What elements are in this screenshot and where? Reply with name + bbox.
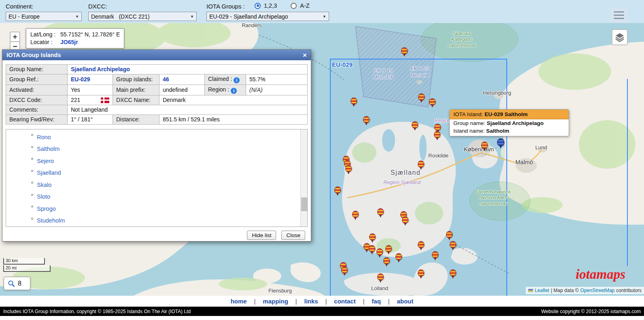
zoom-level-value: 8 — [18, 280, 21, 287]
bullet-icon — [31, 206, 33, 208]
tooltip-island-row: Island name: Saltholm — [450, 127, 569, 136]
dxcc-select[interactable]: Denmark (DXCC 221) ▼ — [88, 12, 197, 21]
map-marker[interactable] — [434, 131, 440, 140]
radio-123[interactable] — [255, 3, 261, 9]
tooltip-group-value: Sjaelland Archipelago — [487, 120, 544, 126]
map-marker[interactable] — [402, 216, 408, 226]
map-marker[interactable] — [334, 186, 341, 196]
island-link[interactable]: Sjaelland — [37, 170, 61, 176]
marker-balloon-icon — [418, 161, 424, 167]
map-marker[interactable] — [376, 248, 383, 258]
map-marker[interactable] — [401, 47, 408, 57]
marker-tail-icon — [448, 237, 451, 240]
map-marker[interactable] — [363, 116, 370, 125]
map-marker[interactable] — [418, 93, 425, 103]
continent-label: Continent: — [6, 3, 33, 10]
map-marker[interactable] — [432, 251, 438, 261]
dialog-buttons: Hide list Close — [6, 231, 308, 240]
bullet-icon — [31, 158, 33, 160]
island-link[interactable]: Saltholm — [37, 146, 60, 152]
nav-link-about[interactable]: about — [389, 298, 421, 305]
island-link[interactable]: Studeholm — [37, 217, 65, 224]
map-marker[interactable] — [345, 165, 352, 174]
map-marker[interactable] — [385, 245, 392, 254]
island-list-scrollbar[interactable] — [300, 129, 307, 227]
locator-value: JO65jr — [60, 38, 78, 46]
close-icon[interactable]: × — [303, 52, 307, 59]
hide-list-button[interactable]: Hide list — [247, 231, 276, 240]
map-marker[interactable] — [377, 208, 384, 218]
map-marker[interactable] — [369, 245, 375, 254]
map-marker[interactable] — [351, 97, 357, 107]
map-marker[interactable] — [429, 98, 436, 108]
marker-tail-icon — [420, 276, 422, 279]
claimed-info-icon[interactable]: i — [234, 77, 240, 83]
marker-balloon-icon — [385, 245, 392, 252]
map-marker[interactable] — [352, 211, 359, 220]
selected-map-marker[interactable] — [497, 138, 504, 148]
marker-balloon-icon — [377, 273, 384, 280]
island-link[interactable]: Skalo — [37, 182, 51, 188]
continent-select[interactable]: EU - Europe ▼ — [6, 12, 82, 21]
layers-control-button[interactable] — [612, 29, 628, 45]
bullet-icon — [31, 182, 33, 184]
iota-group-map-label: EU-029 — [332, 61, 353, 68]
map-marker[interactable] — [450, 241, 456, 250]
marker-tail-icon — [347, 172, 350, 174]
region-info-icon[interactable]: i — [231, 88, 237, 94]
group-ref-value: EU-029 — [68, 74, 113, 85]
marker-tail-icon — [404, 223, 406, 226]
marker-balloon-icon — [395, 253, 402, 260]
scrollbar-thumb[interactable] — [301, 197, 307, 211]
hamburger-menu-icon[interactable] — [610, 8, 627, 23]
bearing-label: Bearing Fwd/Rev: — [6, 115, 68, 125]
dialog-close-button[interactable]: Close — [281, 231, 305, 240]
map-label: Skånska Kattegatts naturreservat — [448, 31, 476, 48]
marker-balloon-icon — [434, 124, 441, 131]
iota-group-select[interactable]: EU-029 - Sjaelland Archipelago ▼ — [206, 12, 329, 21]
contributors-text: contributors — [616, 288, 642, 293]
map-marker[interactable] — [412, 121, 418, 131]
marker-balloon-icon — [434, 131, 440, 138]
map-marker[interactable] — [418, 269, 424, 279]
map-marker[interactable] — [481, 142, 488, 151]
map-marker[interactable] — [450, 269, 456, 279]
island-link[interactable]: Rono — [37, 134, 51, 140]
marker-balloon-icon — [481, 142, 488, 148]
map-marker[interactable] — [341, 267, 348, 276]
nav-link-contact[interactable]: contact — [327, 298, 363, 305]
island-list-item: Sjaelland — [6, 167, 300, 179]
island-link[interactable]: Sprogo — [37, 206, 56, 212]
scale-bar-mi: 20 mi — [3, 265, 51, 272]
dialog-titlebar[interactable]: IOTA Group Islands × — [2, 50, 311, 60]
map-label: Falsterbohalvöns havsområdes naturreserv… — [475, 189, 511, 206]
iota-groups-label: IOTA Groups : — [206, 3, 245, 10]
map-marker[interactable] — [377, 273, 384, 283]
main-prefix-value: undefined — [159, 85, 205, 95]
marker-tail-icon — [365, 123, 368, 125]
zoom-level-indicator: 8 — [4, 277, 30, 290]
nav-link-mapping[interactable]: mapping — [255, 298, 295, 305]
map-marker[interactable] — [446, 231, 453, 240]
radio-123-label: 1,2,3 — [264, 2, 277, 9]
marker-balloon-icon — [497, 138, 504, 146]
marker-balloon-icon — [377, 208, 384, 215]
marker-balloon-icon — [450, 241, 456, 248]
nav-link-home[interactable]: home — [223, 298, 254, 305]
island-link[interactable]: Sejero — [37, 158, 54, 164]
claimed-value: 55.7% — [246, 74, 308, 85]
zoom-in-button[interactable]: + — [10, 32, 20, 42]
map-marker[interactable] — [418, 161, 424, 170]
leaflet-link[interactable]: Leaflet — [535, 288, 549, 293]
nav-link-links[interactable]: links — [297, 298, 325, 305]
map-marker[interactable] — [383, 257, 390, 267]
island-link[interactable]: Sloto — [37, 193, 50, 200]
adjacent-group-boundary — [627, 79, 644, 266]
iota-group-islands-dialog: IOTA Group Islands × Group Name: Sjaella… — [2, 49, 311, 242]
map-marker[interactable] — [369, 233, 376, 243]
map-marker[interactable] — [418, 241, 424, 250]
map-marker[interactable] — [395, 253, 402, 263]
nav-link-faq[interactable]: faq — [364, 298, 388, 305]
openstreetmap-link[interactable]: OpenStreetMap — [580, 288, 615, 293]
radio-az[interactable] — [291, 3, 297, 9]
